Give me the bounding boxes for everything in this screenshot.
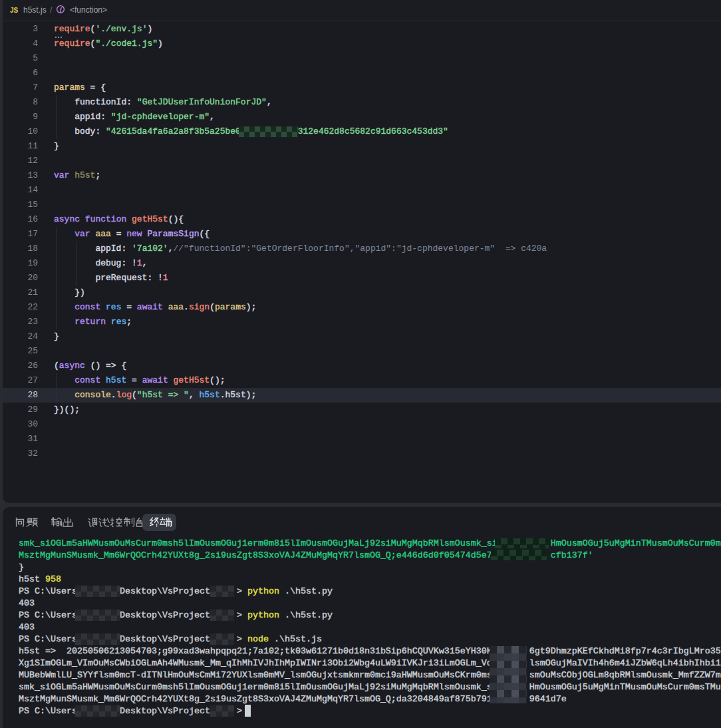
svg-text:f: f bbox=[60, 7, 63, 13]
